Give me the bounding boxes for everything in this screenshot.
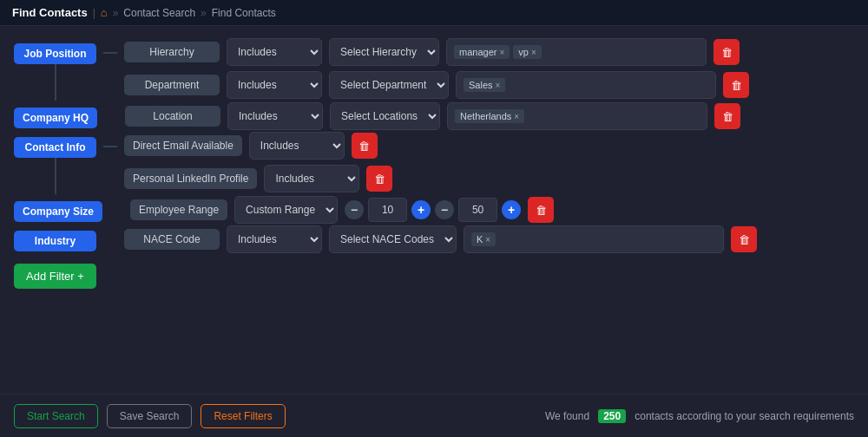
- primary-col-company-hq: Company HQ: [14, 102, 97, 128]
- page-title: Find Contacts: [12, 6, 88, 19]
- tags-location: Netherlands ×: [447, 102, 707, 130]
- label-direct-email: Direct Email Available: [124, 135, 242, 156]
- filter-row-hierarchy: Hierarchy IncludesExcludes Select Hierar…: [103, 38, 854, 66]
- primary-col-company-size: Company Size: [14, 196, 102, 222]
- group-row-industry: Industry NACE Code IncludesExcludes Sele…: [14, 225, 854, 253]
- range-max-increase[interactable]: +: [502, 200, 521, 219]
- condition-linkedin[interactable]: IncludesExcludes: [264, 165, 359, 192]
- label-primary-job-position: Job Position: [14, 43, 96, 64]
- result-text-after: contacts according to your search requir…: [635, 410, 854, 422]
- result-text-before: We found: [545, 410, 589, 422]
- tag-remove-manager[interactable]: ×: [499, 48, 504, 57]
- rows-company-size: Employee Range Custom RangeIncludesExclu…: [109, 196, 854, 224]
- label-primary-industry: Industry: [14, 231, 96, 251]
- main-content: Job Position Hierarchy IncludesExcludes …: [0, 26, 868, 394]
- delete-direct-email[interactable]: 🗑: [352, 133, 378, 159]
- result-text: We found 250 contacts according to your …: [545, 410, 854, 422]
- condition-hierarchy[interactable]: IncludesExcludes: [227, 38, 322, 66]
- select-department[interactable]: Select Department: [329, 71, 449, 99]
- tag-remove-netherlands[interactable]: ×: [514, 112, 519, 121]
- condition-employee-range[interactable]: Custom RangeIncludesExcludes: [234, 196, 338, 224]
- label-nace-code: NACE Code: [124, 229, 220, 250]
- delete-employee-range[interactable]: 🗑: [528, 197, 554, 223]
- arrow2: »: [201, 7, 207, 19]
- primary-col-industry: Industry: [14, 225, 96, 251]
- primary-col-contact-info: Contact Info: [14, 132, 96, 194]
- connector-line: [103, 146, 117, 147]
- label-location: Location: [125, 106, 220, 127]
- label-department: Department: [124, 75, 220, 95]
- delete-nace-code[interactable]: 🗑: [731, 226, 757, 252]
- tag-k: K ×: [471, 232, 496, 246]
- filter-row-direct-email: Direct Email Available IncludesExcludes …: [103, 132, 854, 160]
- tag-remove-sales[interactable]: ×: [496, 81, 501, 90]
- group-contact-info: Contact Info Direct Email Available Incl…: [14, 132, 854, 194]
- group-row-contact-info: Contact Info Direct Email Available Incl…: [14, 132, 854, 194]
- rows-company-hq: Location IncludesExcludes Select Locatio…: [104, 102, 854, 130]
- label-linkedin: Personal LinkedIn Profile: [124, 168, 257, 189]
- delete-location[interactable]: 🗑: [714, 103, 740, 129]
- breadcrumb-find-contacts: Find Contacts: [212, 7, 276, 19]
- label-primary-company-size: Company Size: [14, 201, 102, 222]
- range-min-val: 10: [368, 198, 407, 222]
- filter-row-department: Department IncludesExcludes Select Depar…: [103, 71, 854, 99]
- range-max-decrease[interactable]: −: [435, 200, 454, 219]
- tag-remove-k[interactable]: ×: [485, 235, 490, 245]
- tags-nace-code: K ×: [464, 225, 724, 253]
- reset-filters-button[interactable]: Reset Filters: [201, 404, 285, 428]
- breadcrumb-contact-search[interactable]: Contact Search: [123, 7, 195, 19]
- group-company-hq: Company HQ Location IncludesExcludes Sel…: [14, 102, 854, 130]
- condition-direct-email[interactable]: IncludesExcludes: [249, 132, 345, 160]
- tags-hierarchy: manager ×vp ×: [446, 38, 707, 66]
- group-row-job-position: Job Position Hierarchy IncludesExcludes …: [14, 38, 854, 101]
- filter-row-location: Location IncludesExcludes Select Locatio…: [104, 102, 854, 130]
- condition-department[interactable]: IncludesExcludes: [227, 71, 322, 99]
- range-max-val: 50: [458, 198, 497, 222]
- label-primary-contact-info: Contact Info: [14, 137, 96, 158]
- group-row-company-size: Company Size Employee Range Custom Range…: [14, 196, 854, 224]
- primary-col-job-position: Job Position: [14, 38, 96, 101]
- delete-linkedin[interactable]: 🗑: [366, 166, 392, 192]
- range-controls-employee-range: − 10 + − 50 +: [345, 198, 521, 222]
- top-bar: Find Contacts | ⌂ » Contact Search » Fin…: [0, 0, 868, 26]
- select-location[interactable]: Select Locations: [330, 102, 440, 130]
- select-nace-code[interactable]: Select NACE Codes: [329, 225, 457, 253]
- delete-hierarchy[interactable]: 🗑: [713, 39, 740, 65]
- action-bar: Start Search Save Search Reset Filters W…: [0, 394, 868, 437]
- range-min-decrease[interactable]: −: [345, 200, 364, 219]
- tags-department: Sales ×: [456, 71, 716, 99]
- filter-row-nace-code: NACE Code IncludesExcludes Select NACE C…: [103, 225, 854, 253]
- label-employee-range: Employee Range: [130, 199, 227, 220]
- filter-row-linkedin: Personal LinkedIn Profile IncludesExclud…: [103, 165, 854, 192]
- rows-industry: NACE Code IncludesExcludes Select NACE C…: [103, 225, 854, 253]
- select-hierarchy[interactable]: Select Hierarchy: [329, 38, 439, 66]
- label-hierarchy: Hierarchy: [124, 42, 220, 62]
- group-company-size: Company Size Employee Range Custom Range…: [14, 196, 854, 224]
- arrow1: »: [113, 7, 119, 19]
- group-job-position: Job Position Hierarchy IncludesExcludes …: [14, 38, 854, 101]
- group-row-company-hq: Company HQ Location IncludesExcludes Sel…: [14, 102, 854, 130]
- save-search-button[interactable]: Save Search: [107, 404, 193, 428]
- home-icon[interactable]: ⌂: [101, 6, 108, 19]
- separator1: |: [93, 7, 95, 19]
- tag-netherlands: Netherlands ×: [455, 109, 524, 123]
- rows-job-position: Hierarchy IncludesExcludes Select Hierar…: [103, 38, 854, 99]
- tag-manager: manager ×: [454, 45, 510, 59]
- group-industry: Industry NACE Code IncludesExcludes Sele…: [14, 225, 854, 253]
- condition-nace-code[interactable]: IncludesExcludes: [227, 225, 322, 253]
- result-count: 250: [598, 409, 626, 423]
- tag-remove-vp[interactable]: ×: [531, 48, 536, 57]
- tag-vp: vp ×: [513, 45, 541, 59]
- range-min-increase[interactable]: +: [411, 200, 431, 219]
- delete-department[interactable]: 🗑: [723, 72, 749, 98]
- connector-line: [103, 52, 117, 54]
- filter-row-employee-range: Employee Range Custom RangeIncludesExclu…: [109, 196, 854, 224]
- rows-contact-info: Direct Email Available IncludesExcludes …: [103, 132, 854, 192]
- label-primary-company-hq: Company HQ: [14, 108, 97, 128]
- condition-location[interactable]: IncludesExcludes: [227, 102, 323, 130]
- add-filter-button[interactable]: Add Filter +: [14, 264, 96, 289]
- start-search-button[interactable]: Start Search: [14, 404, 98, 428]
- tag-sales: Sales ×: [464, 78, 505, 92]
